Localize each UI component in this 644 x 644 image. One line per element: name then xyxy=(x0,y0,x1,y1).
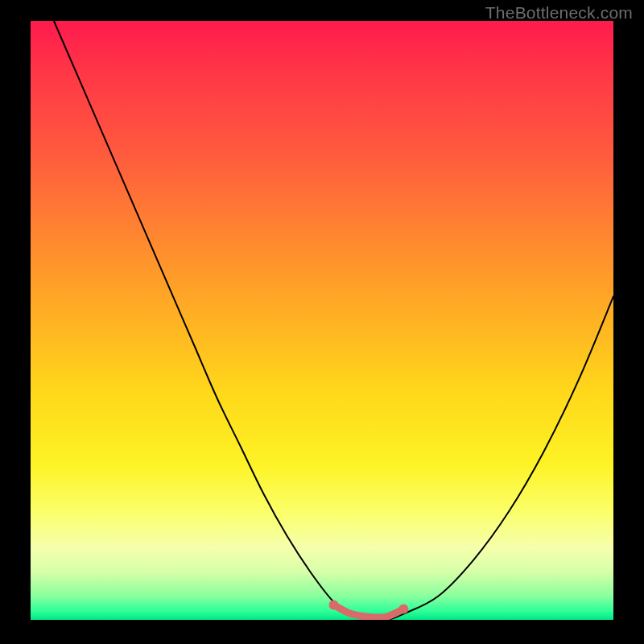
plot-area xyxy=(31,21,613,620)
chart-frame: TheBottleneck.com xyxy=(0,0,644,644)
basin-endpoint-left xyxy=(328,600,338,609)
bottleneck-curve xyxy=(54,21,613,620)
watermark-text: TheBottleneck.com xyxy=(485,3,633,23)
chart-svg xyxy=(31,21,613,620)
basin-endpoint-right xyxy=(398,605,408,614)
optimal-basin xyxy=(333,605,403,617)
